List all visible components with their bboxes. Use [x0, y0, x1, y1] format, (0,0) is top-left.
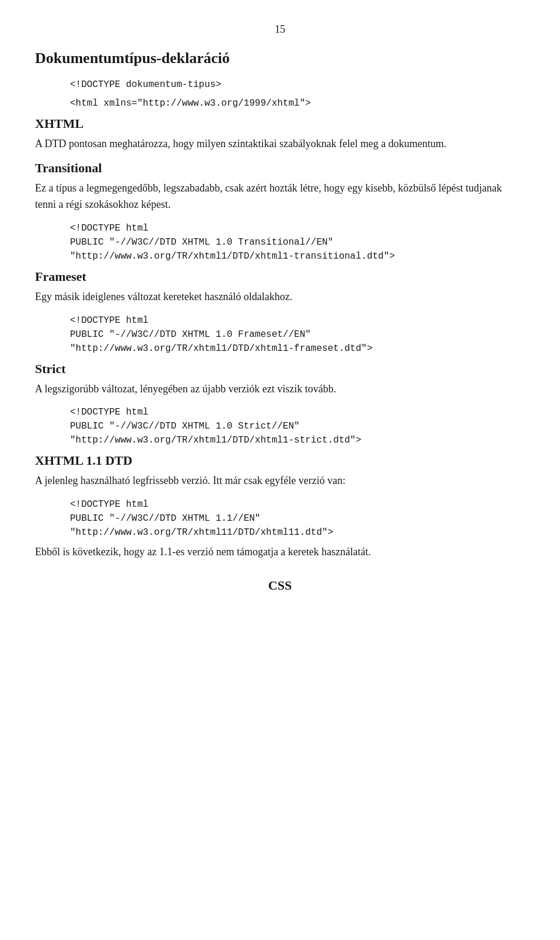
- xhtml11-footer-text: Ebből is következik, hogy az 1.1-es verz…: [35, 544, 525, 560]
- section-strict: Strict A legszigorúbb változat, lényegéb…: [35, 361, 525, 448]
- section-xhtml11: XHTML 1.1 DTD A jelenleg használható leg…: [35, 453, 525, 560]
- frameset-heading: Frameset: [35, 269, 525, 284]
- xhtml-label: XHTML: [35, 116, 525, 131]
- footer-heading: CSS: [35, 578, 525, 593]
- section-transitional: Transitional Ez a típus a legmegengedőbb…: [35, 161, 525, 263]
- xhtml11-body: A jelenleg használható legfrissebb verzi…: [35, 473, 525, 489]
- frameset-body: Egy másik ideiglenes változat kereteket …: [35, 289, 525, 305]
- xhtml-body-text: A DTD pontosan meghatározza, hogy milyen…: [35, 136, 525, 152]
- xhtml-code-1: <!DOCTYPE dokumentum-tipus>: [70, 78, 525, 92]
- xhtml-intro-block: <!DOCTYPE dokumentum-tipus> <html xmlns=…: [35, 78, 525, 110]
- transitional-body: Ez a típus a legmegengedőbb, legszabadab…: [35, 180, 525, 213]
- xhtml11-code: <!DOCTYPE html PUBLIC "-//W3C//DTD XHTML…: [70, 497, 525, 539]
- xhtml11-heading: XHTML 1.1 DTD: [35, 453, 525, 468]
- transitional-heading: Transitional: [35, 161, 525, 176]
- strict-code: <!DOCTYPE html PUBLIC "-//W3C//DTD XHTML…: [70, 405, 525, 447]
- section-frameset: Frameset Egy másik ideiglenes változat k…: [35, 269, 525, 356]
- strict-heading: Strict: [35, 361, 525, 377]
- strict-body: A legszigorúbb változat, lényegében az ú…: [35, 381, 525, 398]
- transitional-code: <!DOCTYPE html PUBLIC "-//W3C//DTD XHTML…: [70, 221, 525, 263]
- page-number: 15: [35, 23, 525, 36]
- xhtml-code-2: <html xmlns="http://www.w3.org/1999/xhtm…: [70, 96, 525, 110]
- xhtml-label-block: XHTML A DTD pontosan meghatározza, hogy …: [35, 116, 525, 152]
- frameset-code: <!DOCTYPE html PUBLIC "-//W3C//DTD XHTML…: [70, 314, 525, 356]
- main-heading: Dokumentumtípus-deklaráció: [35, 50, 525, 67]
